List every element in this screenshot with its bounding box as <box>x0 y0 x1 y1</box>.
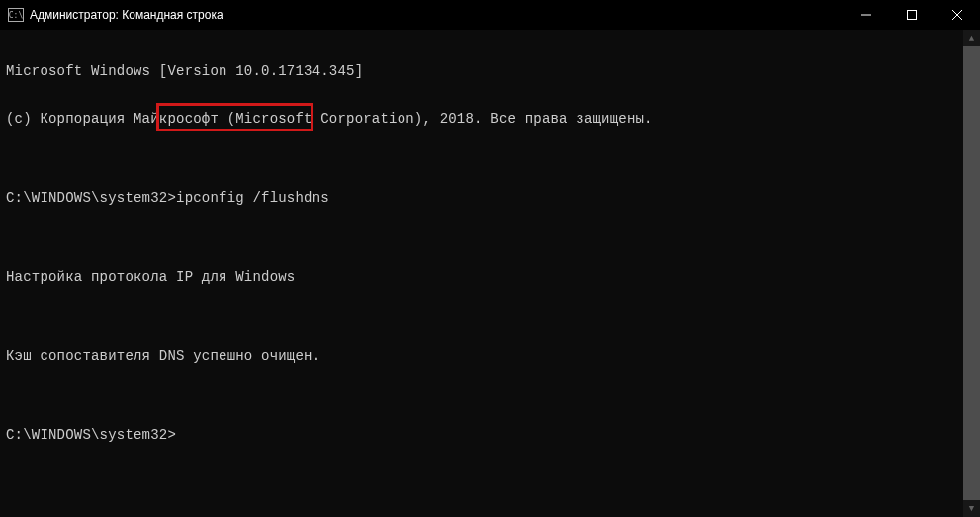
maximize-button[interactable] <box>889 0 935 30</box>
command-prompt-window: C:\ Администратор: Командная строка Micr… <box>0 0 980 517</box>
vertical-scrollbar[interactable]: ▲ ▼ <box>963 30 980 517</box>
scroll-down-icon[interactable]: ▼ <box>963 500 980 517</box>
terminal-line: (c) Корпорация Майкрософт (Microsoft Cor… <box>6 111 957 127</box>
maximize-icon <box>907 10 917 20</box>
terminal-line: Microsoft Windows [Version 10.0.17134.34… <box>6 63 957 79</box>
terminal-line: Кэш сопоставителя DNS успешно очищен. <box>6 348 957 364</box>
cmd-icon: C:\ <box>8 8 24 22</box>
close-button[interactable] <box>935 0 980 30</box>
window-controls <box>844 0 980 30</box>
minimize-button[interactable] <box>844 0 889 30</box>
terminal-line: Настройка протокола IP для Windows <box>6 269 957 285</box>
scrollbar-thumb[interactable] <box>963 46 980 500</box>
terminal-line: C:\WINDOWS\system32> <box>6 427 957 443</box>
svg-rect-1 <box>908 11 917 20</box>
window-body: Microsoft Windows [Version 10.0.17134.34… <box>0 30 980 517</box>
terminal-output[interactable]: Microsoft Windows [Version 10.0.17134.34… <box>0 30 963 517</box>
terminal-line: C:\WINDOWS\system32>ipconfig /flushdns <box>6 190 957 206</box>
titlebar[interactable]: C:\ Администратор: Командная строка <box>0 0 980 30</box>
close-icon <box>952 10 962 20</box>
scrollbar-track[interactable] <box>963 46 980 500</box>
minimize-icon <box>861 10 871 20</box>
scroll-up-icon[interactable]: ▲ <box>963 30 980 46</box>
window-title: Администратор: Командная строка <box>30 8 844 22</box>
